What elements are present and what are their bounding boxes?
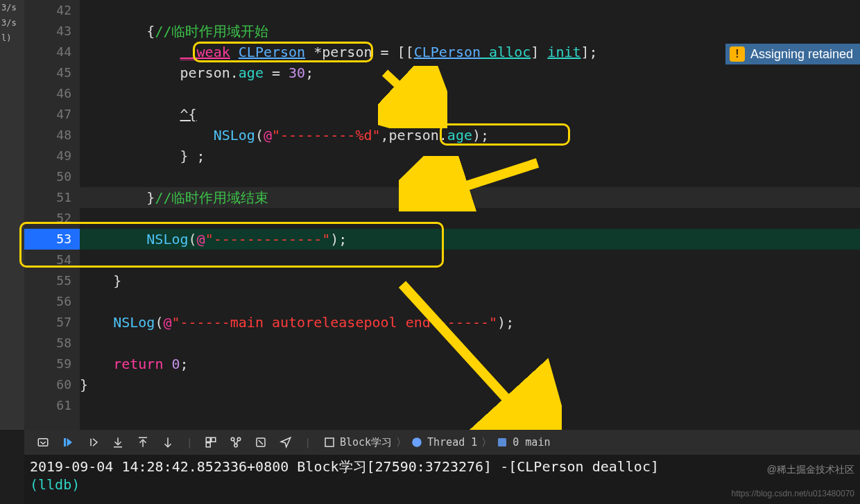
code-text: ,: [381, 127, 389, 144]
code-method: init: [547, 44, 580, 60]
warning-icon: !: [730, 46, 745, 62]
code-text: .: [439, 127, 447, 144]
debug-breadcrumb[interactable]: Block学习 〉 Thread 1 〉 0 main: [323, 436, 551, 449]
watermark: @稀土掘金技术社区: [767, 464, 854, 476]
sidebar-item: 3/s: [0, 0, 24, 15]
line-number[interactable]: 48: [24, 125, 80, 146]
line-number[interactable]: 60: [24, 374, 80, 395]
code-text: {: [146, 23, 155, 40]
code-text: =: [264, 64, 289, 81]
crumb-project[interactable]: Block学习: [340, 436, 392, 449]
svg-rect-3: [38, 439, 48, 446]
code-keyword: __weak: [180, 44, 230, 60]
code-text: );: [330, 231, 347, 247]
code-text: (: [255, 127, 264, 144]
code-text: ;: [180, 356, 189, 372]
code-method: alloc: [481, 44, 531, 60]
toggle-panel-icon[interactable]: [37, 436, 49, 449]
code-number: 30: [289, 64, 305, 81]
step-down-icon[interactable]: [162, 436, 174, 449]
code-block: ^{: [180, 106, 197, 123]
line-number[interactable]: 58: [24, 333, 80, 354]
gutter[interactable]: 42 43 44 45 46 47 48 49 50 51 52 53 54 5…: [24, 0, 80, 430]
code-editor[interactable]: {//临时作用域开始 __weak CLPerson *person = [[C…: [80, 0, 860, 430]
code-comment: //临时作用域结束: [155, 189, 268, 206]
chevron-icon: 〉: [481, 436, 492, 449]
line-number[interactable]: 44: [24, 42, 80, 62]
code-text: @: [264, 127, 272, 144]
watermark: https://blog.csdn.net/u013480070: [732, 489, 854, 498]
code-text: ]: [531, 44, 547, 60]
svg-rect-12: [325, 438, 334, 446]
code-text: ];: [581, 44, 598, 60]
breakpoint-marker[interactable]: 53: [24, 229, 80, 250]
line-number[interactable]: 56: [24, 291, 80, 312]
target-icon: [323, 436, 336, 449]
code-text: *: [305, 44, 322, 60]
frame-icon: [496, 436, 508, 449]
code-text: }: [80, 376, 88, 393]
crumb-frame[interactable]: 0 main: [513, 436, 550, 449]
svg-rect-5: [207, 437, 211, 442]
code-text: }: [146, 189, 155, 206]
code-string: "------main autoreleasepool end-------": [171, 314, 497, 331]
line-number[interactable]: 55: [24, 270, 80, 291]
line-number[interactable]: 51: [24, 187, 80, 208]
line-number[interactable]: 57: [24, 312, 80, 333]
location-icon[interactable]: [280, 436, 292, 449]
svg-rect-6: [212, 437, 216, 442]
svg-rect-7: [207, 443, 211, 447]
line-number[interactable]: 54: [24, 250, 80, 270]
step-out-icon[interactable]: [137, 436, 149, 449]
svg-rect-4: [64, 438, 66, 446]
left-sidebar: 3/s 3/s l): [0, 0, 24, 430]
code-text: );: [497, 314, 514, 331]
code-function: NSLog: [146, 231, 188, 247]
code-string: "-------------": [205, 231, 331, 247]
line-number[interactable]: 59: [24, 354, 80, 374]
code-function: NSLog: [113, 314, 155, 331]
code-text: person.: [180, 64, 239, 81]
crumb-thread[interactable]: Thread 1: [427, 436, 477, 449]
continue-icon[interactable]: [62, 436, 74, 449]
code-text: @: [197, 231, 205, 247]
warning-text: Assigning retained: [750, 47, 853, 62]
debug-view-icon[interactable]: [205, 436, 217, 449]
step-over-icon[interactable]: [87, 436, 99, 449]
code-comment: //临时作用域开始: [155, 23, 268, 40]
code-text: ;: [305, 64, 313, 81]
svg-point-13: [412, 437, 422, 447]
line-number[interactable]: 45: [24, 62, 80, 83]
line-number[interactable]: 46: [24, 83, 80, 104]
code-text: @: [163, 314, 171, 331]
debug-toolbar: | | Block学习 〉 Thread 1 〉 0 main: [24, 430, 860, 455]
code-text: );: [472, 127, 489, 144]
debug-icon[interactable]: [255, 436, 267, 449]
sidebar-item: 3/s: [0, 15, 24, 31]
line-number[interactable]: 49: [24, 146, 80, 166]
svg-rect-14: [498, 438, 506, 446]
line-number[interactable]: 61: [24, 395, 80, 416]
line-number[interactable]: 50: [24, 166, 80, 187]
thread-icon: [411, 436, 423, 449]
code-property: age: [239, 64, 264, 81]
code-property: age: [447, 127, 472, 144]
code-text: person: [389, 127, 439, 144]
chevron-icon: 〉: [396, 436, 406, 449]
line-number[interactable]: 43: [24, 21, 80, 42]
code-keyword: return: [113, 356, 163, 372]
step-into-icon[interactable]: [112, 436, 124, 449]
code-function: NSLog: [214, 127, 255, 144]
line-number[interactable]: 42: [24, 0, 80, 21]
warning-badge[interactable]: ! Assigning retained: [725, 44, 860, 64]
code-string: "---------%d": [272, 127, 381, 144]
lldb-prompt[interactable]: (lldb): [30, 476, 88, 493]
code-text: }: [113, 272, 121, 289]
code-number: 0: [163, 356, 180, 372]
line-number[interactable]: 47: [24, 104, 80, 125]
code-type: CLPerson: [414, 44, 481, 60]
code-type: CLPerson: [239, 44, 305, 60]
sidebar-item: l): [0, 31, 24, 46]
line-number[interactable]: 52: [24, 208, 80, 229]
debug-graph-icon[interactable]: [230, 436, 242, 449]
